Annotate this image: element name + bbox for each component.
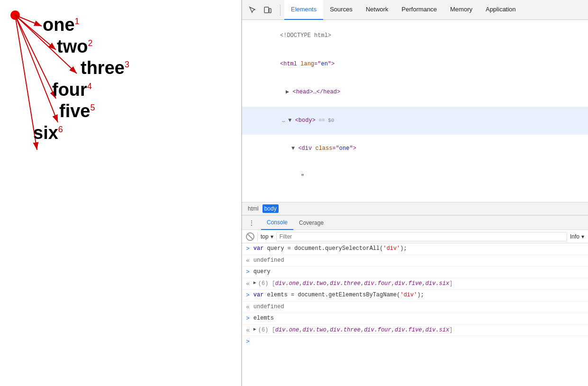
- tree-html[interactable]: <html lang="en">: [242, 50, 588, 79]
- tree-div-one[interactable]: ▼ <div class="one">: [242, 135, 588, 163]
- console-line-4[interactable]: « ▶ (6) [div.one, div.two, div.three, di…: [242, 278, 588, 290]
- code-1: var query = document.querySelectorAll('d…: [253, 244, 407, 253]
- console-tabs-bar: ⋮ Console Coverage: [242, 216, 588, 230]
- breadcrumb-bar: html body: [242, 202, 588, 215]
- text-one: one1: [43, 14, 232, 36]
- num-six: 6: [58, 125, 63, 134]
- prompt-4: «: [246, 279, 250, 289]
- array-result-2: (6) [: [258, 326, 275, 334]
- prompt-6: «: [246, 303, 250, 312]
- code-3: query: [253, 267, 271, 276]
- console-menu-icon[interactable]: ⋮: [246, 217, 257, 229]
- prompt-5: >: [246, 291, 250, 300]
- tree-text-one: one: [242, 191, 588, 202]
- webpage-content: one1 two2 three3 four4 five5 six6: [9, 9, 232, 144]
- context-selector[interactable]: top ▾: [261, 233, 273, 240]
- tab-network[interactable]: Network: [359, 0, 395, 20]
- text-four: four4: [52, 79, 232, 101]
- text-two: two2: [57, 36, 232, 58]
- console-line-8[interactable]: « ▶ (6) [div.one, div.two, div.three, di…: [242, 325, 588, 337]
- prompt-1: >: [246, 244, 250, 254]
- result-6: undefined: [253, 303, 284, 311]
- tab-application[interactable]: Application: [479, 0, 523, 20]
- info-label: Info: [570, 233, 579, 240]
- num-one: 1: [75, 17, 80, 26]
- console-panel: ⋮ Console Coverage top ▾ Info ▾: [242, 215, 588, 386]
- num-three: 3: [125, 60, 129, 70]
- no-entry-icon[interactable]: [246, 232, 254, 241]
- console-line-2: « undefined: [242, 255, 588, 267]
- console-output: > var query = document.querySelectorAll(…: [242, 243, 588, 386]
- html-tree[interactable]: <!DOCTYPE html> <html lang="en"> ▶ <head…: [242, 20, 588, 202]
- tab-sources[interactable]: Sources: [323, 0, 359, 20]
- svg-rect-8: [269, 9, 271, 13]
- result-2: undefined: [253, 256, 284, 265]
- inspect-icon[interactable]: [246, 3, 259, 17]
- text-three: three3: [81, 57, 232, 79]
- info-selector[interactable]: Info ▾: [570, 233, 584, 240]
- console-line-6: « undefined: [242, 302, 588, 313]
- text-five: five5: [59, 101, 232, 122]
- tab-console[interactable]: Console: [261, 216, 293, 230]
- devtools-panel: Elements Sources Network Performance Mem…: [242, 0, 588, 386]
- tab-coverage[interactable]: Coverage: [293, 216, 329, 230]
- cursor-prompt: >: [246, 338, 250, 345]
- expand-array-1[interactable]: ▶: [253, 279, 256, 286]
- context-label: top: [261, 233, 269, 240]
- num-two: 2: [88, 38, 92, 48]
- bc-body[interactable]: body: [262, 204, 279, 213]
- console-input-line[interactable]: >: [242, 336, 588, 347]
- tab-performance[interactable]: Performance: [395, 0, 443, 20]
- tab-separator: [280, 4, 280, 16]
- tree-body[interactable]: … ▼ <body> == $0: [242, 107, 588, 135]
- code-7: elemts: [253, 314, 274, 322]
- prompt-2: «: [246, 256, 250, 266]
- context-chevron-icon: ▾: [271, 233, 273, 240]
- tree-doctype: <!DOCTYPE html>: [242, 22, 588, 50]
- svg-rect-7: [264, 7, 269, 13]
- device-icon[interactable]: [261, 3, 274, 17]
- toolbar-separator: [257, 232, 258, 241]
- prompt-8: «: [246, 326, 250, 335]
- tree-head[interactable]: ▶ <head>…</head>: [242, 78, 588, 107]
- num-four: 4: [87, 82, 92, 91]
- code-5: var elemts = document.getElementsByTagNa…: [253, 291, 424, 299]
- prompt-3: >: [246, 267, 250, 277]
- num-five: 5: [90, 103, 95, 113]
- tab-memory[interactable]: Memory: [443, 0, 479, 20]
- expand-array-2[interactable]: ▶: [253, 326, 256, 333]
- console-toolbar: top ▾ Info ▾: [242, 230, 588, 243]
- console-line-5: > var elemts = document.getElementsByTag…: [242, 290, 588, 302]
- prompt-7: >: [246, 314, 250, 323]
- webpage-preview: one1 two2 three3 four4 five5 six6: [0, 0, 242, 386]
- filter-input[interactable]: [276, 232, 567, 241]
- devtools-tabs-bar: Elements Sources Network Performance Mem…: [242, 0, 588, 20]
- bc-html[interactable]: html: [246, 204, 261, 213]
- tab-elements[interactable]: Elements: [284, 0, 323, 20]
- info-chevron-icon: ▾: [581, 233, 584, 240]
- text-six: six6: [33, 122, 232, 144]
- console-line-7: > elemts: [242, 313, 588, 325]
- tree-text-1: ": [242, 163, 588, 192]
- console-line-1: > var query = document.querySelectorAll(…: [242, 243, 588, 255]
- console-line-3: > query: [242, 267, 588, 278]
- array-result-1: (6) [: [258, 279, 275, 288]
- elements-panel: <!DOCTYPE html> <html lang="en"> ▶ <head…: [242, 20, 588, 215]
